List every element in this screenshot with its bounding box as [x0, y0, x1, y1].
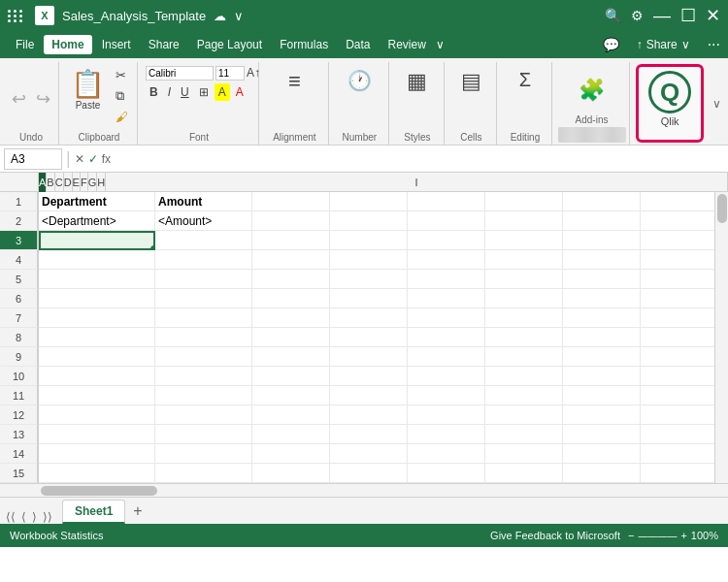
row-num-6[interactable]: 6 — [0, 289, 38, 308]
row-num-3[interactable]: 3 — [0, 231, 38, 250]
row-num-11[interactable]: 11 — [0, 386, 38, 405]
minimize-icon[interactable]: — — [653, 6, 671, 26]
col-header-h[interactable]: H — [97, 173, 106, 192]
cell-c14[interactable] — [252, 444, 330, 464]
qlik-group[interactable]: Q Qlik — [636, 64, 704, 143]
cell-h2[interactable] — [641, 211, 714, 231]
cell-c4[interactable] — [252, 250, 330, 270]
paste-button[interactable]: 📋 Paste — [67, 66, 109, 113]
font-color-button[interactable]: A — [232, 83, 248, 101]
font-size-select[interactable] — [215, 66, 245, 81]
cell-g2[interactable] — [563, 211, 641, 231]
cell-e3[interactable] — [408, 231, 485, 250]
cell-h4[interactable] — [641, 250, 714, 270]
cell-e12[interactable] — [408, 405, 485, 425]
styles-button[interactable]: ▦ — [397, 66, 438, 97]
cell-e14[interactable] — [408, 444, 485, 464]
cell-g9[interactable] — [563, 347, 641, 367]
font-name-select[interactable] — [146, 66, 214, 81]
vertical-scroll-thumb[interactable] — [717, 194, 727, 223]
cell-e7[interactable] — [408, 308, 485, 328]
cell-c3[interactable] — [252, 231, 330, 250]
cell-f3[interactable] — [485, 231, 563, 250]
format-painter-button[interactable]: 🖌 — [113, 108, 131, 126]
cell-g14[interactable] — [563, 444, 641, 464]
menu-more-dropdown[interactable]: ∨ — [436, 38, 445, 51]
workbook-statistics-label[interactable]: Workbook Statistics — [10, 530, 103, 541]
cell-f6[interactable] — [485, 289, 563, 308]
cell-d8[interactable] — [330, 328, 408, 347]
cell-h7[interactable] — [641, 308, 714, 328]
cell-f9[interactable] — [485, 347, 563, 367]
row-num-4[interactable]: 4 — [0, 250, 38, 270]
row-num-15[interactable]: 15 — [0, 464, 38, 483]
cell-c2[interactable] — [252, 211, 330, 231]
cell-e1[interactable] — [408, 192, 485, 211]
cell-f12[interactable] — [485, 405, 563, 425]
cell-d5[interactable] — [330, 270, 408, 289]
comments-icon[interactable]: 💬 — [603, 37, 619, 52]
cell-b14[interactable] — [155, 444, 252, 464]
cell-e8[interactable] — [408, 328, 485, 347]
cell-e2[interactable] — [408, 211, 485, 231]
cell-b15[interactable] — [155, 464, 252, 483]
cell-c6[interactable] — [252, 289, 330, 308]
cell-b9[interactable] — [155, 347, 252, 367]
cell-g5[interactable] — [563, 270, 641, 289]
zoom-out-button[interactable]: − — [628, 530, 634, 541]
sheet-next-button[interactable]: ⟩ — [30, 510, 39, 524]
menu-insert[interactable]: Insert — [94, 35, 139, 54]
menu-share[interactable]: Share — [141, 35, 187, 54]
cell-c11[interactable] — [252, 386, 330, 405]
cell-h10[interactable] — [641, 367, 714, 386]
ribbon-more-btn[interactable]: ··· — [708, 36, 720, 53]
cell-f13[interactable] — [485, 425, 563, 444]
cell-c8[interactable] — [252, 328, 330, 347]
cell-h9[interactable] — [641, 347, 714, 367]
row-num-1[interactable]: 1 — [0, 192, 38, 211]
cell-h12[interactable] — [641, 405, 714, 425]
cell-g7[interactable] — [563, 308, 641, 328]
cell-h8[interactable] — [641, 328, 714, 347]
alignment-button[interactable]: ≡ — [274, 66, 314, 97]
sheet-prev-button[interactable]: ⟨ — [19, 510, 28, 524]
cell-g8[interactable] — [563, 328, 641, 347]
row-num-12[interactable]: 12 — [0, 405, 38, 425]
cell-h14[interactable] — [641, 444, 714, 464]
cell-a4[interactable] — [39, 250, 155, 270]
cell-d1[interactable] — [330, 192, 408, 211]
cell-g13[interactable] — [563, 425, 641, 444]
settings-icon[interactable]: ⚙ — [631, 8, 644, 23]
menu-formulas[interactable]: Formulas — [272, 35, 336, 54]
cell-a9[interactable] — [39, 347, 155, 367]
cell-f1[interactable] — [485, 192, 563, 211]
cell-g6[interactable] — [563, 289, 641, 308]
cell-f14[interactable] — [485, 444, 563, 464]
cell-e13[interactable] — [408, 425, 485, 444]
cell-e9[interactable] — [408, 347, 485, 367]
cell-c13[interactable] — [252, 425, 330, 444]
horizontal-scroll-thumb[interactable] — [41, 486, 157, 496]
cell-f8[interactable] — [485, 328, 563, 347]
menu-home[interactable]: Home — [44, 35, 91, 54]
menu-review[interactable]: Review — [381, 35, 434, 54]
cell-a12[interactable] — [39, 405, 155, 425]
cell-e15[interactable] — [408, 464, 485, 483]
zoom-slider[interactable]: ———— — [638, 531, 677, 541]
col-header-f[interactable]: F — [81, 173, 88, 192]
row-num-7[interactable]: 7 — [0, 308, 38, 328]
cell-g1[interactable] — [563, 192, 641, 211]
row-num-10[interactable]: 10 — [0, 367, 38, 386]
cell-h6[interactable] — [641, 289, 714, 308]
row-num-13[interactable]: 13 — [0, 425, 38, 444]
row-num-2[interactable]: 2 — [0, 211, 38, 231]
col-header-i[interactable]: I — [106, 173, 728, 192]
cell-f5[interactable] — [485, 270, 563, 289]
col-header-c[interactable]: C — [55, 173, 64, 192]
cell-g4[interactable] — [563, 250, 641, 270]
cell-d12[interactable] — [330, 405, 408, 425]
cell-c1[interactable] — [252, 192, 330, 211]
copy-button[interactable]: ⧉ — [113, 86, 131, 106]
cell-d3[interactable] — [330, 231, 408, 250]
border-button[interactable]: ⊞ — [195, 83, 213, 101]
